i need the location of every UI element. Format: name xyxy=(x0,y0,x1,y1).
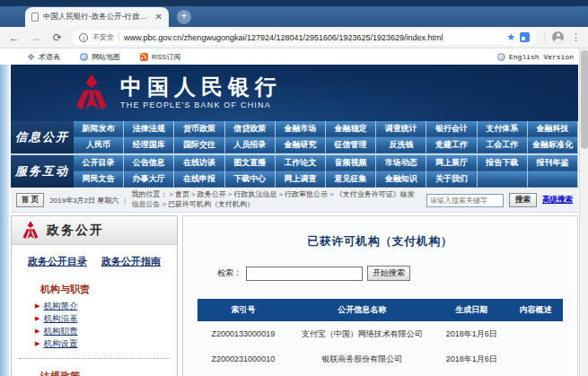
cell-info-name[interactable]: 资和信电子支付有限公司 xyxy=(289,372,435,376)
translate-icon[interactable] xyxy=(520,32,530,42)
sidebar-divider xyxy=(19,358,170,359)
address-bar[interactable]: i 不安全 www.pbc.gov.cn/zhengwugongkai/1279… xyxy=(72,30,537,45)
crumb-separator: > xyxy=(169,190,173,198)
reload-icon[interactable]: ⟳ xyxy=(50,31,65,44)
new-tab-button[interactable]: + xyxy=(177,10,191,24)
rss-link[interactable]: RSS订阅 xyxy=(140,52,180,62)
nav-item[interactable]: 报刊年鉴 xyxy=(528,155,578,171)
home-button[interactable]: 首 页 xyxy=(16,193,44,207)
nav-item[interactable]: 公开目录 xyxy=(74,155,124,171)
nav-item[interactable]: 新闻发布 xyxy=(74,121,124,137)
advanced-search-link[interactable]: 高级搜索 xyxy=(542,195,573,205)
breadcrumb-link[interactable]: 首页 xyxy=(175,190,189,198)
table-filter-input[interactable] xyxy=(246,267,363,281)
nav-item[interactable]: 在线申报 xyxy=(174,171,224,188)
site-info-icon[interactable]: i xyxy=(79,33,88,42)
nav-item[interactable]: 图文直播 xyxy=(225,155,276,171)
nav-item[interactable]: 意见征集 xyxy=(326,171,376,188)
sidebar: 政务公开 政务公开目录政务公开指南 机构与职责 ▶ 机构简介 xyxy=(11,215,178,376)
cell-date: 2016年5月3日 xyxy=(435,372,508,376)
nav-item[interactable]: 办事大厅 xyxy=(124,171,174,188)
nav-item[interactable]: 征信管理 xyxy=(326,137,376,153)
cell-info-name[interactable]: 银联商务股份有限公司 xyxy=(289,346,435,372)
nav-item[interactable]: 市场动态 xyxy=(376,155,426,171)
nav-item[interactable]: 国际交往 xyxy=(174,137,224,153)
nav-item[interactable]: 网上调查 xyxy=(276,171,326,188)
sidebar-top-link[interactable]: 政务公开指南 xyxy=(101,255,161,268)
sidebar-item[interactable]: ▶ 机构设置 xyxy=(35,337,177,350)
nav-item[interactable]: 下载中心 xyxy=(225,171,276,188)
window-titlebar xyxy=(0,0,588,6)
breadcrumb-link[interactable]: 行政审批公示 xyxy=(285,190,328,198)
crumb-separator: > xyxy=(191,190,196,198)
bank-name-en: THE PEOPLE'S BANK OF CHINA xyxy=(120,101,282,109)
sidebar-item-link[interactable]: 机构简介 xyxy=(43,300,77,312)
nav-section-info-disclosure: 信息公开 新闻发布法律法规货币政策信贷政策金融市场金融稳定调查统计银行会计支付体… xyxy=(11,121,578,153)
browser-tab[interactable]: 中国人民银行-政务公开-行政执法信息 ✕ xyxy=(25,7,169,27)
sidebar-top-link[interactable]: 政务公开目录 xyxy=(28,255,87,268)
nav-item[interactable]: 货币政策 xyxy=(174,121,224,137)
breadcrumb-link[interactable]: 政务公开 xyxy=(197,190,226,198)
language-globe-icon xyxy=(497,53,505,61)
glossary-link[interactable]: ❖ 术语表 xyxy=(27,52,60,62)
nav-item[interactable]: 党建工作 xyxy=(426,137,477,153)
profile-avatar-icon[interactable] xyxy=(552,31,564,43)
nav-item[interactable]: 工作论文 xyxy=(276,155,326,171)
breadcrumb-link[interactable]: 行政执法信息 xyxy=(233,190,276,198)
sidebar-item-link[interactable]: 机构设置 xyxy=(43,337,77,350)
sidebar-item-link[interactable]: 机构职责 xyxy=(43,325,77,337)
sitemap-link[interactable]: 网站地图 xyxy=(80,52,120,62)
nav-item[interactable]: 金融市场 xyxy=(276,121,326,137)
sidebar-item[interactable]: ▶ 机构沿革 xyxy=(35,312,177,325)
nav-item[interactable]: 信贷政策 xyxy=(225,121,276,137)
page-viewport: ❖ 术语表 网站地图 RSS订阅 English Version xyxy=(0,48,588,376)
back-icon[interactable]: ← xyxy=(7,31,22,44)
nav-item[interactable]: 银行会计 xyxy=(426,121,477,137)
sidebar-item-link[interactable]: 机构沿革 xyxy=(43,312,77,325)
sidebar-item[interactable]: ▶ 机构简介 xyxy=(35,300,177,312)
nav-row: 新闻发布法律法规货币政策信贷政策金融市场金融稳定调查统计银行会计支付体系金融科技 xyxy=(74,121,578,137)
bookmark-star-icon[interactable]: ★ xyxy=(506,31,515,43)
breadcrumb-link[interactable]: 已获许可机构（支付机构） xyxy=(168,200,254,208)
nav-item[interactable]: 公告信息 xyxy=(124,155,174,171)
vertical-scrollbar[interactable] xyxy=(579,48,588,376)
nav-label-services: 服务互动 xyxy=(11,155,74,188)
scrollbar-thumb[interactable] xyxy=(581,50,588,149)
nav-row: 网民文告办事大厅在线申报下载中心网上调查意见征集金融知识关于我们 xyxy=(74,171,578,188)
nav-item[interactable]: 网上展厅 xyxy=(426,155,477,171)
nav-item[interactable] xyxy=(478,171,528,188)
triangle-bullet-icon: ▶ xyxy=(35,312,39,325)
start-search-button[interactable]: 开始搜索 xyxy=(367,266,410,281)
nav-item[interactable]: 支付体系 xyxy=(478,121,528,137)
sidebar-links: 政务公开目录政务公开指南 xyxy=(12,245,177,272)
nav-item[interactable]: 报告下载 xyxy=(478,155,528,171)
browser-menu-icon[interactable]: ⋮ xyxy=(571,31,581,43)
nav-item[interactable]: 在线访谈 xyxy=(174,155,224,171)
search-button[interactable]: 搜索 xyxy=(509,193,537,207)
nav-item[interactable]: 金融研究 xyxy=(276,137,326,153)
nav-item[interactable]: 金融知识 xyxy=(376,171,426,188)
nav-item[interactable]: 金融稳定 xyxy=(326,121,376,137)
nav-item[interactable]: 经理国库 xyxy=(124,137,174,153)
nav-item[interactable]: 调查统计 xyxy=(376,121,426,137)
site-search-input[interactable] xyxy=(426,194,504,207)
nav-item[interactable]: 人民币 xyxy=(74,137,124,153)
nav-item[interactable]: 工会工作 xyxy=(478,137,528,153)
nav-item[interactable]: 金融科技 xyxy=(528,121,578,137)
sidebar-item[interactable]: ▶ 机构职责 xyxy=(35,325,177,337)
nav-item[interactable]: 法律法规 xyxy=(124,121,174,137)
nav-item[interactable]: 人员招录 xyxy=(225,137,276,153)
security-label: 不安全 xyxy=(92,32,114,42)
nav-item[interactable] xyxy=(528,171,578,188)
nav-item[interactable]: 关于我们 xyxy=(426,171,477,188)
nav-item[interactable]: 音频视频 xyxy=(326,155,376,171)
forward-icon[interactable]: → xyxy=(29,31,43,44)
nav-item[interactable]: 金融标准化 xyxy=(528,137,578,153)
url-text[interactable]: www.pbc.gov.cn/zhengwugongkai/127924/128… xyxy=(124,33,502,42)
tab-close-icon[interactable]: ✕ xyxy=(155,13,162,22)
nav-item[interactable]: 网民文告 xyxy=(74,171,124,188)
nav-label-info-disclosure: 信息公开 xyxy=(11,121,74,153)
english-version-link[interactable]: English Version xyxy=(497,53,574,61)
nav-item[interactable]: 反洗钱 xyxy=(376,137,426,153)
cell-info-name[interactable]: 支付宝（中国）网络技术有限公司 xyxy=(289,321,435,346)
